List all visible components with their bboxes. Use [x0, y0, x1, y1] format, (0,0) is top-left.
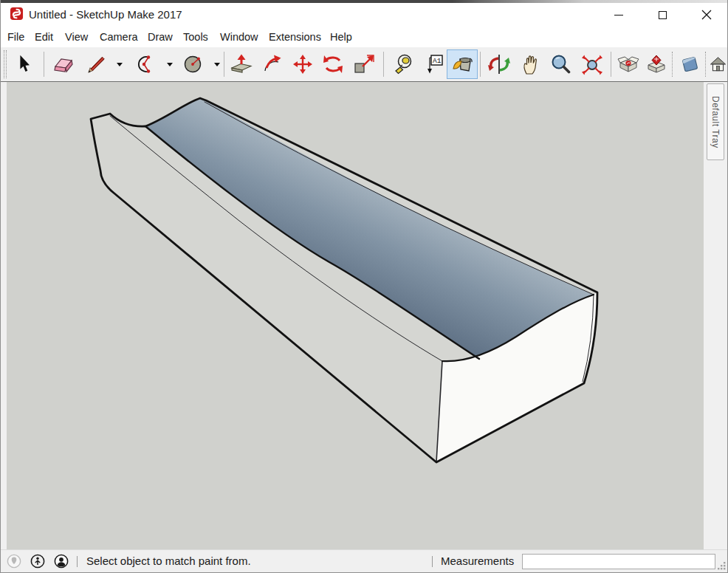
- toolbar: A1: [1, 47, 728, 81]
- house-icon: [709, 53, 727, 75]
- menu-help[interactable]: Help: [329, 30, 354, 44]
- measurements-input[interactable]: [522, 554, 715, 569]
- zoom-extents-icon: [580, 53, 605, 75]
- toolbar-separator: [480, 52, 481, 77]
- model-viewport[interactable]: [7, 82, 704, 549]
- sign-in-person-icon[interactable]: [54, 554, 69, 569]
- close-button[interactable]: [692, 3, 721, 27]
- rotate-button[interactable]: [318, 49, 348, 79]
- scale-icon: [352, 53, 377, 75]
- chevron-down-icon: [117, 63, 123, 66]
- eraser-tool-button[interactable]: [49, 49, 78, 79]
- paint-bucket-icon: [450, 52, 475, 76]
- arc-tool-icon: [133, 53, 158, 75]
- minimize-button[interactable]: [604, 3, 633, 27]
- paint-bucket-button[interactable]: [447, 49, 478, 79]
- move-icon: [291, 53, 315, 75]
- extension-warehouse-icon: [645, 53, 668, 75]
- toolbar-grip[interactable]: [4, 50, 7, 78]
- trough-model: [7, 82, 704, 549]
- layout-button[interactable]: [676, 49, 704, 79]
- toolbar-separator: [224, 52, 224, 77]
- toolbar-separator: [383, 52, 384, 77]
- menu-view[interactable]: View: [63, 30, 89, 44]
- menu-extensions[interactable]: Extensions: [267, 30, 323, 44]
- status-separator: [77, 556, 78, 567]
- text-tool-button[interactable]: A1: [420, 49, 447, 79]
- line-tool-button[interactable]: [83, 49, 110, 79]
- resize-grip[interactable]: [717, 561, 727, 571]
- rotate-icon: [321, 53, 345, 75]
- eraser-icon: [52, 53, 75, 75]
- measurements-label: Measurements: [441, 555, 514, 567]
- move-button[interactable]: [289, 49, 317, 79]
- circle-tool-dropdown[interactable]: [212, 49, 222, 79]
- push-pull-button[interactable]: [227, 49, 256, 79]
- maximize-icon: [659, 11, 667, 19]
- warehouse-3d-button[interactable]: [614, 49, 642, 79]
- menu-draw[interactable]: Draw: [146, 30, 174, 44]
- circle-tool-icon: [182, 53, 206, 75]
- follow-me-button[interactable]: [258, 49, 286, 79]
- status-message: Select object to match paint from.: [86, 555, 251, 567]
- client-area: Default Tray: [1, 82, 728, 549]
- orbit-icon: [487, 53, 512, 75]
- tape-measure-button[interactable]: [391, 49, 419, 79]
- maximize-button[interactable]: [648, 3, 677, 27]
- default-tray-label: Default Tray: [710, 96, 721, 148]
- default-tray-panel: Default Tray: [704, 82, 728, 549]
- extension-warehouse-button[interactable]: [642, 49, 670, 79]
- toolbar-dotted-separator: [705, 52, 707, 77]
- menu-bar: File Edit View Camera Draw Tools Window …: [1, 27, 728, 47]
- circle-tool-button[interactable]: [178, 49, 210, 79]
- chevron-down-icon: [167, 63, 173, 66]
- toolbar-separator: [44, 52, 44, 77]
- menu-file[interactable]: File: [6, 30, 26, 44]
- pan-button[interactable]: [517, 49, 545, 79]
- house-component-button[interactable]: [708, 49, 728, 79]
- select-arrow-icon: [14, 54, 35, 75]
- arc-tool-dropdown[interactable]: [165, 49, 175, 79]
- zoom-extents-button[interactable]: [577, 49, 608, 79]
- menu-tools[interactable]: Tools: [182, 30, 210, 44]
- geolocation-icon[interactable]: [7, 554, 21, 569]
- window-title: Untitled - SketchUp Make 2017: [29, 8, 182, 21]
- warehouse-3d-icon: [617, 53, 640, 75]
- default-tray-tab[interactable]: Default Tray: [707, 83, 724, 160]
- sketchup-window: Untitled - SketchUp Make 2017 File Edit …: [0, 0, 728, 573]
- svg-text:A1: A1: [433, 57, 442, 65]
- status-separator: [432, 556, 433, 567]
- menu-camera[interactable]: Camera: [98, 30, 140, 44]
- push-pull-icon: [230, 53, 253, 75]
- arc-tool-button[interactable]: [129, 49, 162, 79]
- layout-icon: [679, 53, 702, 75]
- title-bar: Untitled - SketchUp Make 2017: [1, 3, 728, 27]
- sketchup-logo-icon: [10, 7, 24, 21]
- text-icon: A1: [422, 53, 444, 75]
- close-icon: [701, 10, 712, 20]
- zoom-button[interactable]: [546, 49, 574, 79]
- claim-credit-icon[interactable]: [30, 554, 45, 569]
- pencil-line-icon: [86, 54, 107, 75]
- toolbar-dotted-separator: [672, 52, 673, 77]
- scale-button[interactable]: [349, 49, 380, 79]
- pan-icon: [520, 53, 542, 75]
- orbit-button[interactable]: [484, 49, 514, 79]
- toolbar-separator: [611, 52, 611, 77]
- menu-window[interactable]: Window: [219, 30, 260, 44]
- zoom-icon: [549, 53, 571, 75]
- menu-edit[interactable]: Edit: [33, 30, 55, 44]
- chevron-down-icon: [214, 63, 220, 66]
- minimize-icon: [614, 15, 623, 16]
- status-bar: Select object to match paint from. Measu…: [1, 549, 728, 573]
- follow-me-icon: [261, 53, 284, 75]
- line-tool-dropdown[interactable]: [114, 49, 125, 79]
- tape-measure-icon: [393, 53, 416, 75]
- select-tool-button[interactable]: [11, 49, 38, 79]
